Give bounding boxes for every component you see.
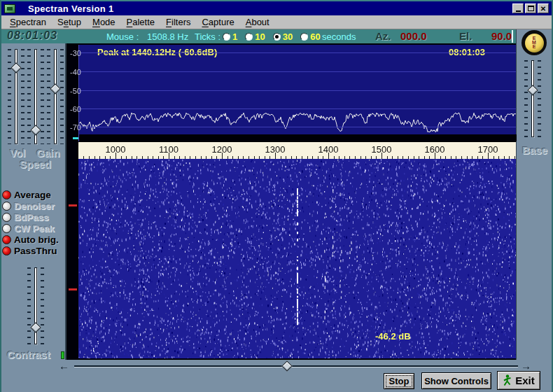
led-icon [2, 235, 11, 244]
green-marker [61, 351, 64, 359]
menu-item-setup[interactable]: Setup [52, 17, 87, 27]
scroll-right-arrow[interactable]: → [521, 360, 531, 372]
horizontal-scroll-thumb[interactable] [282, 360, 293, 372]
freq-tick-label: 1100 [159, 144, 178, 155]
time-marker [69, 204, 77, 206]
base-slider[interactable] [525, 60, 540, 137]
show-controls-button[interactable]: Show Controls [421, 372, 491, 389]
slider-ticks [27, 267, 31, 344]
led-icon [2, 190, 11, 200]
menu-item-spectran[interactable]: Spectran [4, 17, 52, 27]
elevation-value: 90.0 [491, 30, 512, 42]
ruler-ticks-canvas [78, 142, 516, 159]
vol-slider[interactable] [8, 49, 24, 144]
toggle-label: CW Peak [14, 223, 55, 234]
db-tick-label: -70 [70, 123, 81, 132]
db-gridline [79, 71, 516, 72]
contrast-slider[interactable] [28, 267, 43, 344]
mouse-frequency-label: Mouse : [106, 31, 139, 42]
tick-option-30[interactable]: 30 [273, 31, 293, 42]
separator [512, 30, 513, 43]
running-man-icon [503, 374, 512, 386]
speed-slider-thumb[interactable] [30, 125, 41, 136]
slider-track[interactable] [54, 49, 57, 144]
toggle-label: PassThru [14, 246, 57, 256]
azimuth-label: Az. [375, 30, 391, 42]
vol-label: Vol [10, 147, 25, 159]
led-icon [2, 224, 11, 233]
toggle-passthru[interactable]: PassThru [2, 245, 66, 256]
mouse-frequency-value: 1508.8 Hz [147, 31, 188, 42]
close-icon: ✕ [540, 5, 546, 13]
freq-tick-label: 1500 [372, 144, 392, 155]
exit-button[interactable]: Exit [497, 371, 540, 390]
tick-option-label: 60 [310, 31, 320, 42]
gain-slider[interactable] [48, 49, 63, 144]
toggle-average[interactable]: Average [2, 189, 66, 200]
db-gridline [79, 90, 516, 91]
horizontal-scroll-track[interactable] [74, 365, 518, 367]
menu-item-capture[interactable]: Capture [196, 17, 239, 27]
freq-tick-label: 1700 [478, 144, 498, 155]
seconds-label: seconds [322, 31, 356, 42]
radio-icon [273, 33, 281, 41]
led-icon [2, 202, 11, 211]
eme-button[interactable]: EME [522, 30, 547, 55]
slider-ticks [524, 60, 528, 137]
left-control-panel: Vol Gain Speed AverageDenoiserBdPassCW P… [1, 43, 66, 360]
db-tick-label: -30 [70, 49, 81, 57]
freq-tick-label: 1000 [106, 144, 126, 155]
slider-track[interactable] [531, 60, 534, 137]
db-gridline [79, 108, 516, 109]
menu-item-filters[interactable]: Filters [160, 17, 196, 27]
menu-item-palette[interactable]: Palette [121, 17, 160, 27]
maximize-button[interactable] [525, 4, 536, 13]
radio-icon [223, 33, 230, 41]
tick-option-1[interactable]: 1 [223, 31, 237, 42]
db-gridline [79, 127, 516, 127]
contrast-slider-thumb[interactable] [30, 322, 41, 333]
contrast-label: Contrast [7, 349, 50, 360]
speed-label: Speed [20, 158, 51, 170]
radio-icon [300, 33, 308, 41]
elevation-label: El. [459, 30, 472, 42]
scroll-left-arrow[interactable]: ← [59, 360, 69, 372]
bottom-bar: ← → Stop Show Controls Exit [1, 360, 552, 391]
db-gridline [79, 52, 516, 53]
minimize-icon [516, 10, 521, 12]
waterfall-canvas [78, 159, 516, 358]
toggle-bdpass[interactable]: BdPass [2, 211, 66, 223]
ticks-label: Ticks : [195, 31, 220, 42]
close-button[interactable]: ✕ [538, 4, 549, 13]
tick-option-label: 30 [283, 31, 293, 42]
stop-button[interactable]: Stop [384, 373, 414, 389]
tick-option-60[interactable]: 60 [300, 31, 320, 42]
speed-slider[interactable] [28, 49, 43, 144]
db-tick-label: -60 [70, 105, 81, 113]
gain-slider-thumb[interactable] [50, 83, 61, 94]
toggle-auto-brig[interactable]: Auto brig. [2, 234, 66, 245]
menu-item-about[interactable]: About [240, 17, 275, 27]
waterfall-display: -46.2 dB [78, 159, 516, 358]
base-label: Base [522, 144, 547, 156]
toggle-label: Auto brig. [14, 234, 59, 245]
spectrum-display: Peak at 1440.12Hz (-60.6dB) 08:01:03 -30… [78, 45, 516, 141]
led-icon [2, 246, 11, 255]
tick-option-10[interactable]: 10 [245, 31, 265, 42]
minimize-button[interactable] [512, 4, 524, 13]
toggle-denoiser[interactable]: Denoiser [2, 200, 66, 211]
base-slider-thumb[interactable] [527, 85, 538, 96]
title-bar: Spectran Version 1 ✕ [1, 1, 552, 15]
plot-area: Peak at 1440.12Hz (-60.6dB) 08:01:03 -30… [66, 43, 516, 360]
toggle-cw-peak[interactable]: CW Peak [2, 223, 66, 234]
maximize-icon [528, 6, 534, 11]
slider-ticks [60, 49, 64, 144]
menu-item-mode[interactable]: Mode [87, 17, 121, 27]
app-icon[interactable] [4, 4, 15, 13]
freq-tick-label: 1600 [425, 144, 445, 155]
vol-slider-thumb[interactable] [10, 62, 22, 74]
led-icon [2, 213, 11, 222]
menu-bar: SpectranSetupModePaletteFiltersCaptureAb… [1, 15, 552, 29]
slider-ticks [41, 267, 44, 344]
slider-ticks [8, 49, 11, 144]
